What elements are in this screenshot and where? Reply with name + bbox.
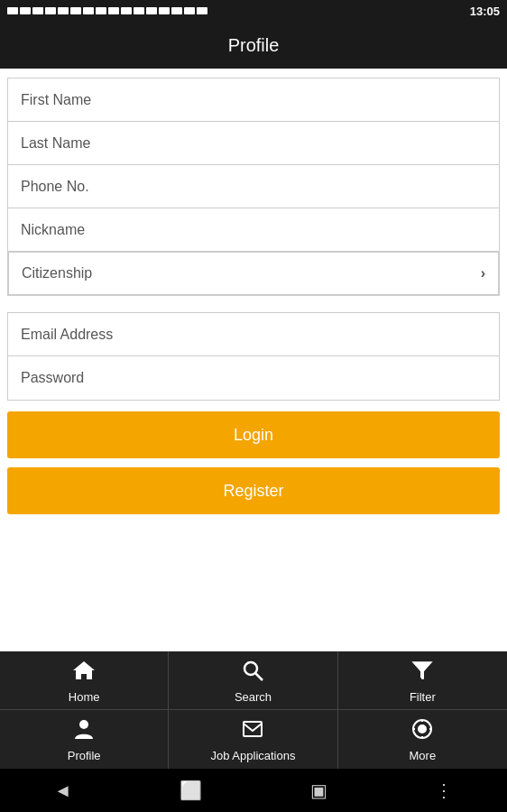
nav-item-profile[interactable]: Profile xyxy=(0,710,169,769)
citizenship-field[interactable]: Citizenship › xyxy=(8,252,499,295)
home-icon xyxy=(71,658,97,687)
nickname-input[interactable] xyxy=(21,222,486,238)
filter-icon xyxy=(410,658,435,687)
nav-item-filter[interactable]: Filter xyxy=(338,651,507,710)
password-field-row[interactable] xyxy=(8,356,499,400)
svg-point-3 xyxy=(79,720,88,729)
nav-label-job-applications: Job Applications xyxy=(211,749,296,762)
last-name-field-row[interactable] xyxy=(8,122,499,165)
nav-item-job-applications[interactable]: Job Applications xyxy=(169,710,337,769)
status-time: 13:05 xyxy=(470,5,500,18)
nav-label-filter: Filter xyxy=(410,690,436,704)
profile-icon xyxy=(71,716,97,745)
main-content: Citizenship › Login Register xyxy=(0,69,507,651)
nav-item-home[interactable]: Home xyxy=(0,651,169,710)
back-button[interactable]: ◄ xyxy=(54,780,72,801)
email-field-row[interactable] xyxy=(8,313,499,356)
password-input[interactable] xyxy=(21,370,486,386)
page-title: Profile xyxy=(228,35,280,56)
more-system-button[interactable]: ⋮ xyxy=(435,780,453,801)
citizenship-label: Citizenship xyxy=(22,265,92,281)
phone-input[interactable] xyxy=(21,179,486,195)
svg-marker-2 xyxy=(413,662,431,679)
svg-rect-4 xyxy=(244,722,262,736)
svg-line-1 xyxy=(256,673,263,680)
first-name-input[interactable] xyxy=(21,92,486,108)
bottom-nav: Home Search Filter Profile xyxy=(0,651,507,769)
status-bar: 13:05 xyxy=(0,0,507,22)
login-button[interactable]: Login xyxy=(7,411,500,458)
job-applications-icon xyxy=(240,716,265,745)
profile-fields-group: Citizenship › xyxy=(7,78,500,296)
last-name-input[interactable] xyxy=(21,135,486,152)
status-icons-left xyxy=(7,7,207,14)
nickname-field-row[interactable] xyxy=(8,208,499,252)
nav-label-home: Home xyxy=(69,690,100,704)
nav-label-profile: Profile xyxy=(68,749,101,762)
nav-label-search: Search xyxy=(235,690,272,704)
nav-item-search[interactable]: Search xyxy=(169,651,337,710)
first-name-field-row[interactable] xyxy=(8,78,499,122)
nav-item-more[interactable]: More xyxy=(338,710,507,769)
search-icon xyxy=(240,658,265,687)
auth-fields-group xyxy=(7,312,500,401)
phone-field-row[interactable] xyxy=(8,165,499,208)
more-icon xyxy=(410,716,435,745)
top-bar: Profile xyxy=(0,22,507,69)
svg-point-0 xyxy=(244,662,257,675)
recents-button[interactable]: ▣ xyxy=(310,780,327,801)
citizenship-chevron-icon: › xyxy=(481,265,485,281)
email-input[interactable] xyxy=(21,327,486,343)
nav-label-more: More xyxy=(410,749,437,762)
home-system-button[interactable]: ⬜ xyxy=(180,780,202,801)
svg-point-6 xyxy=(419,725,426,733)
register-button[interactable]: Register xyxy=(7,467,500,514)
system-bar: ◄ ⬜ ▣ ⋮ xyxy=(0,769,507,812)
